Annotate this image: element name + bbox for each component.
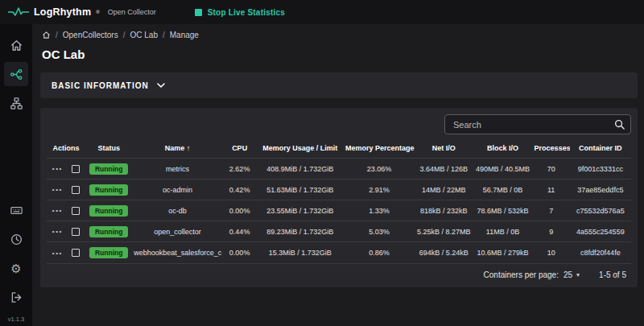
page-title: OC Lab [42,47,638,61]
cell-memory-percentage: 5.03% [344,221,415,242]
chevron-down-icon [157,83,165,88]
breadcrumb-opencollectors[interactable]: OpenCollectors [63,31,118,39]
basic-information-label: BASIC INFORMATION [52,81,149,90]
cell-memory-percentage: 2.91% [344,180,415,200]
cell-status: Running [85,200,132,221]
stop-container-button[interactable] [72,207,80,215]
status-badge: Running [89,247,128,258]
stop-container-button[interactable] [72,186,80,194]
pagination: Containers per page: 25 ▾ 1-5 of 5 [47,263,631,284]
column-cpu[interactable]: CPU [223,139,257,159]
cell-actions: ••• [47,242,85,263]
brand-reg: ® [96,10,99,14]
cell-net-io: 5.25kB / 8.27MB [415,221,473,242]
pipeline-icon [10,68,23,81]
row-menu-button[interactable]: ••• [52,250,63,257]
caret-down-icon: ▾ [576,271,580,279]
stop-live-statistics-button[interactable]: Stop Live Statistics [190,7,290,18]
brand-product: Open Collector [108,8,156,16]
table-header-row: Actions Status Name ↑ CPU Memory Usage /… [47,139,631,159]
column-memory-usage[interactable]: Memory Usage / Limit [257,139,344,159]
cell-processes: 11 [533,180,570,200]
cell-memory-usage: 15.3MiB / 1.732GiB [257,242,344,263]
cell-memory-percentage: 0.86% [344,242,415,263]
cell-name: oc-db [132,200,222,221]
per-page-select[interactable]: 25 ▾ [564,270,580,279]
row-menu-button[interactable]: ••• [52,228,63,235]
sidebar-item-topology[interactable] [4,91,28,115]
stop-container-button[interactable] [72,228,80,236]
sidebar-item-home[interactable] [4,33,28,57]
logout-icon [10,291,23,304]
table-body: ••• Running metrics 2.62% 408.9MiB / 1.7… [47,159,631,263]
cell-memory-percentage: 23.06% [344,159,415,180]
row-menu-button[interactable]: ••• [52,165,63,172]
sidebar-item-logout[interactable] [4,285,28,309]
table-row: ••• Running oc-db 0.00% 23.55MiB / 1.732… [47,200,631,221]
cell-container-id: c8fdf20f44fe [570,242,631,263]
sidebar-item-collectors[interactable] [4,62,28,86]
pagination-range: 1-5 of 5 [599,270,626,279]
breadcrumb-separator: / [56,31,58,39]
cell-status: Running [85,180,132,200]
search-icon[interactable] [614,119,625,130]
gear-icon: ⚙ [10,262,21,274]
cell-container-id: 4a555c254559 [570,221,631,242]
column-processes[interactable]: Processes [533,139,570,159]
home-icon[interactable] [42,31,51,39]
keyboard-icon [10,204,23,217]
column-net-io[interactable]: Net I/O [415,139,473,159]
cell-container-id: 37ae85eddfc5 [570,180,631,200]
row-menu-button[interactable]: ••• [52,186,63,193]
column-actions[interactable]: Actions [47,139,85,159]
cell-container-id: 9f001c3331cc [570,159,631,180]
column-container-id[interactable]: Container ID [570,139,631,159]
cell-name: metrics [132,159,222,180]
topbar: LogRhythm® Open Collector Stop Live Stat… [0,0,644,24]
cell-net-io: 818kB / 232kB [415,200,473,221]
cell-memory-usage: 89.23MiB / 1.732GiB [257,221,344,242]
cell-cpu: 2.62% [223,159,257,180]
cell-processes: 70 [533,159,570,180]
cell-cpu: 0.00% [223,242,257,263]
cell-name: webhookbeat_salesforce_c [132,242,222,263]
cell-block-io: 11MB / 0B [473,221,532,242]
stop-container-button[interactable] [72,249,80,257]
per-page-label: Containers per page: [484,270,559,279]
breadcrumb-manage: Manage [170,31,199,39]
stop-container-button[interactable] [72,165,80,173]
table-row: ••• Running webhookbeat_salesforce_c 0.0… [47,242,631,263]
sidebar-item-console[interactable] [4,198,28,222]
topology-icon [10,97,23,110]
containers-table: Actions Status Name ↑ CPU Memory Usage /… [47,139,631,263]
brand: LogRhythm® Open Collector [8,6,156,18]
home-icon [10,39,23,52]
stop-icon [195,9,202,16]
search-row [47,114,631,134]
search-box [444,114,631,134]
cell-status: Running [85,159,132,180]
cell-memory-usage: 51.63MiB / 1.732GiB [257,180,344,200]
cell-net-io: 694kB / 5.24kB [415,242,473,263]
basic-information-header[interactable]: BASIC INFORMATION [40,72,638,98]
cell-block-io: 78.6MB / 532kB [473,200,532,221]
sidebar-item-schedule[interactable] [4,227,28,251]
app-version: v1.1.3 [8,316,24,323]
cell-actions: ••• [47,159,85,180]
column-block-io[interactable]: Block I/O [473,139,532,159]
cell-name: open_collector [132,221,222,242]
breadcrumb-oc-lab[interactable]: OC Lab [130,31,157,39]
main: ⚙ v1.1.3 / OpenCollectors / OC Lab / Man… [0,24,644,326]
cell-name: oc-admin [132,180,222,200]
row-menu-button[interactable]: ••• [52,207,63,214]
column-name[interactable]: Name ↑ [132,139,222,159]
logrhythm-logo-icon [8,6,29,18]
table-row: ••• Running oc-admin 0.42% 51.63MiB / 1.… [47,180,631,200]
breadcrumb: / OpenCollectors / OC Lab / Manage [40,31,638,39]
per-page-value: 25 [564,270,572,279]
column-memory-percentage[interactable]: Memory Percentage [344,139,415,159]
search-input[interactable] [444,114,631,134]
sidebar-item-settings[interactable]: ⚙ [4,256,28,280]
cell-block-io: 10.6MB / 279kB [473,242,532,263]
column-status[interactable]: Status [85,139,132,159]
